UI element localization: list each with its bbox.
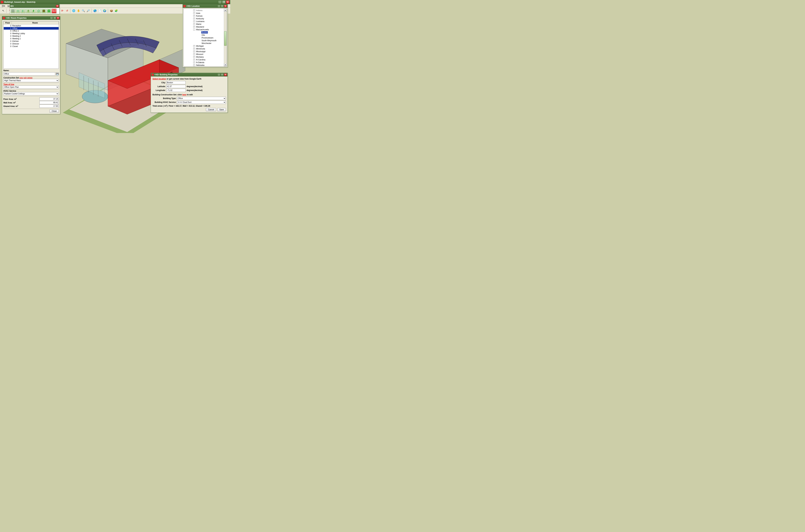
- building-properties-max-button[interactable]: □: [221, 73, 224, 76]
- bhvac-select[interactable]: V A V Dual Duct: [177, 101, 226, 104]
- table-row[interactable]: 0Kitchen: [4, 40, 59, 42]
- construction-new-link[interactable]: new: [19, 77, 23, 79]
- lat-input[interactable]: [166, 85, 186, 88]
- btype-select[interactable]: Office: [177, 97, 226, 100]
- type-of-use-select[interactable]: Office Open Plan: [3, 86, 59, 89]
- tree-expand-icon[interactable]: +: [193, 26, 195, 28]
- tree-node-label[interactable]: Kansas: [196, 15, 203, 17]
- tree-node-label[interactable]: Indiana: [196, 10, 203, 12]
- tree-expand-icon[interactable]: +: [193, 61, 195, 63]
- room-table-header-floor[interactable]: Floor: [4, 21, 12, 24]
- tree-node[interactable]: +Mississippi: [184, 50, 227, 53]
- construction-delete-link[interactable]: delete: [27, 77, 33, 79]
- location-close-button[interactable]: ✕: [224, 5, 227, 7]
- tree-expand-icon[interactable]: +: [193, 10, 195, 12]
- construction-set-select[interactable]: High Thermal Mass: [3, 79, 59, 82]
- bcs-here-link[interactable]: here: [182, 94, 186, 96]
- room-properties-max-button[interactable]: □: [53, 17, 56, 19]
- bp-cancel-button[interactable]: Cancel: [206, 108, 216, 111]
- tree-node[interactable]: +Indiana: [184, 9, 227, 12]
- tree-node[interactable]: +N-Dakota: [184, 61, 227, 64]
- tree-node[interactable]: Boston: [184, 31, 227, 34]
- table-row[interactable]: 0Closet: [4, 45, 59, 48]
- tree-node-label[interactable]: Massachusetts: [196, 28, 209, 31]
- table-row[interactable]: 0Meeting Lobby: [4, 32, 59, 35]
- hvac-select[interactable]: Radiant Cooled Ceilings: [3, 92, 59, 95]
- tree-expand-icon[interactable]: +: [193, 59, 195, 61]
- tree-node[interactable]: +Nebraska: [184, 64, 227, 66]
- model-3d-view[interactable]: [60, 10, 188, 133]
- ies-toolbar-title[interactable]: IES ✕: [10, 4, 59, 8]
- tree-node[interactable]: +Michigan: [184, 44, 227, 48]
- location-tree[interactable]: +Indiana+Iowa+Kansas+Kentucky+Louisiana+…: [184, 8, 227, 66]
- tree-node[interactable]: +Minnesota: [184, 48, 227, 50]
- glazed-area-input[interactable]: [39, 104, 59, 108]
- building-properties-titlebar[interactable]: <VE> Building Properties _ □ ✕: [151, 73, 228, 76]
- construction-edit-link[interactable]: edit: [23, 77, 26, 79]
- tree-node[interactable]: +Iowa: [184, 12, 227, 15]
- tree-node[interactable]: +Montana: [184, 56, 227, 58]
- tree-expand-icon[interactable]: +: [193, 48, 195, 50]
- tree-node[interactable]: +Maine: [184, 23, 227, 25]
- name-save-icon[interactable]: 💾: [56, 73, 59, 75]
- tree-node-label[interactable]: Nebraska: [196, 64, 205, 66]
- tree-expand-icon[interactable]: -: [193, 28, 195, 31]
- tree-node-label[interactable]: Worchester: [201, 42, 212, 44]
- tree-node-label[interactable]: Kentucky: [196, 18, 204, 20]
- table-row[interactable]: 0Meeting 1: [4, 37, 59, 40]
- tree-node[interactable]: Otis: [184, 34, 227, 36]
- tree-node[interactable]: +Kentucky: [184, 17, 227, 20]
- ies-logo-icon[interactable]: ies: [52, 8, 57, 13]
- room-properties-titlebar[interactable]: <VE> Room Properties _ □ ✕: [2, 16, 60, 20]
- tree-node[interactable]: +N-Carolina: [184, 58, 227, 61]
- table-row[interactable]: 0Reception: [4, 24, 59, 27]
- room-table[interactable]: Floor Room 0Reception1Office0Office 20Me…: [3, 21, 59, 69]
- tree-expand-icon[interactable]: +: [193, 15, 195, 17]
- scroll-up-icon[interactable]: ▲: [224, 9, 227, 12]
- bp-save-button[interactable]: Save: [217, 108, 226, 111]
- ies-bolt-icon[interactable]: [31, 8, 36, 13]
- building-properties-min-button[interactable]: _: [217, 73, 221, 76]
- tree-node-label[interactable]: Montana: [196, 56, 204, 58]
- tree-node[interactable]: -Massachusetts: [184, 28, 227, 31]
- tree-node-label[interactable]: N-Dakota: [196, 61, 205, 63]
- ies-hand-icon[interactable]: [26, 8, 31, 13]
- tree-node[interactable]: South-Weymouth: [184, 39, 227, 42]
- window-minimize-button[interactable]: _: [218, 0, 222, 4]
- tree-node-label[interactable]: Missouri: [196, 53, 204, 55]
- tree-expand-icon[interactable]: +: [193, 12, 195, 14]
- room-properties-min-button[interactable]: _: [50, 17, 53, 19]
- tree-node-label[interactable]: Maine: [196, 23, 202, 25]
- tree-node[interactable]: +Missouri: [184, 53, 227, 56]
- ies-close-button[interactable]: ✕: [56, 5, 59, 7]
- tree-node[interactable]: +Louisiana: [184, 20, 227, 23]
- tree-node[interactable]: Worchester: [184, 42, 227, 44]
- scroll-down-icon[interactable]: ▼: [224, 63, 227, 66]
- select-location-link[interactable]: Select location: [152, 78, 166, 80]
- tree-node-label[interactable]: Maryland: [196, 26, 204, 28]
- table-row[interactable]: 0Director: [4, 42, 59, 45]
- tree-expand-icon[interactable]: +: [193, 45, 195, 47]
- window-restore-button[interactable]: ❐: [222, 0, 226, 4]
- wall-area-input[interactable]: [39, 101, 59, 104]
- room-table-header-room[interactable]: Room: [12, 21, 59, 24]
- tree-node[interactable]: +Kansas: [184, 15, 227, 17]
- tree-node[interactable]: +Maryland: [184, 25, 227, 28]
- location-scrollbar[interactable]: ▲ ▼: [224, 9, 227, 66]
- ies-grid-icon[interactable]: [11, 8, 15, 13]
- tree-node-label[interactable]: Boston: [201, 31, 208, 34]
- ies-cube-icon[interactable]: [16, 8, 20, 13]
- location-min-button[interactable]: _: [217, 5, 221, 7]
- location-max-button[interactable]: □: [221, 5, 224, 7]
- name-input[interactable]: [3, 72, 55, 76]
- tree-expand-icon[interactable]: +: [193, 51, 195, 53]
- scroll-thumb[interactable]: [224, 31, 227, 46]
- floor-area-input[interactable]: [39, 97, 59, 101]
- tree-expand-icon[interactable]: +: [193, 64, 195, 66]
- table-row[interactable]: 1Office: [4, 27, 59, 30]
- tree-expand-icon[interactable]: +: [193, 56, 195, 58]
- room-close-button[interactable]: Close: [50, 110, 59, 113]
- tree-node-label[interactable]: N-Carolina: [196, 59, 206, 61]
- type-of-use-link[interactable]: Type of Use: [3, 83, 14, 86]
- tree-expand-icon[interactable]: +: [193, 18, 195, 20]
